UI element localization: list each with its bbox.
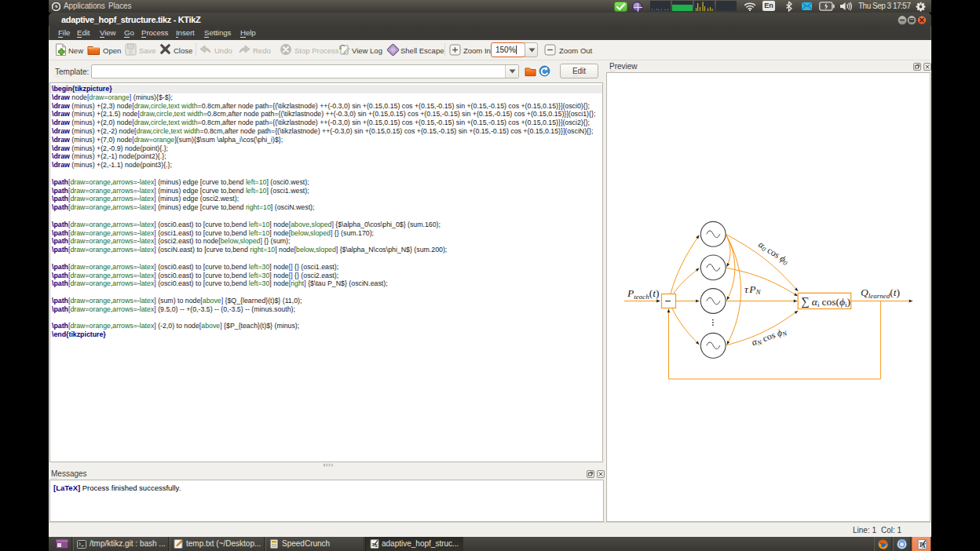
svg-text:Qlearned(t): Qlearned(t): [861, 286, 900, 300]
svg-text:τPN: τPN: [744, 283, 762, 297]
svg-text:Pteach(t): Pteach(t): [627, 287, 660, 301]
svg-text:α0cosϕ0: α0cosϕ0: [756, 239, 792, 267]
svg-text:∑αicos(ϕi): ∑αicos(ϕi): [802, 295, 850, 309]
